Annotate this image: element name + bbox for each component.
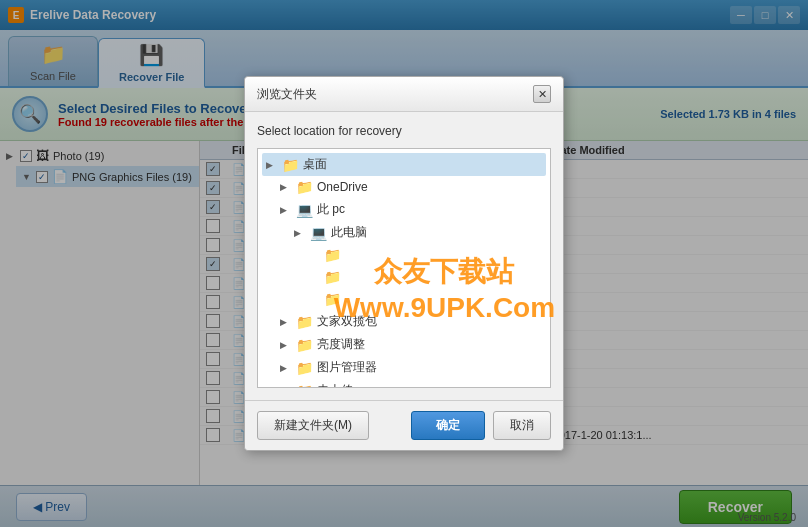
folder-item-1[interactable]: ▶ 📁 OneDrive (262, 176, 546, 198)
folder-icon-9: 📁 (296, 360, 313, 376)
folder-toggle-10: ▶ (280, 386, 292, 389)
folder-label-10: 未上传 (317, 382, 353, 388)
folder-toggle-3: ▶ (294, 228, 306, 238)
ok-button[interactable]: 确定 (411, 411, 485, 440)
folder-icon-10: 📁 (296, 383, 313, 389)
folder-icon-2: 💻 (296, 202, 313, 218)
folder-item-5[interactable]: 📁 (262, 266, 546, 288)
folder-icon-4: 📁 (324, 247, 341, 263)
dialog-overlay: 浏览文件夹 ✕ Select location for recovery ▶ 📁… (0, 0, 808, 527)
folder-item-4[interactable]: 📁 (262, 244, 546, 266)
dialog-close-button[interactable]: ✕ (533, 85, 551, 103)
folder-item-9[interactable]: ▶ 📁 图片管理器 (262, 356, 546, 379)
folder-toggle-1: ▶ (280, 182, 292, 192)
dialog-footer: 新建文件夹(M) 确定 取消 (245, 400, 563, 450)
browse-dialog: 浏览文件夹 ✕ Select location for recovery ▶ 📁… (244, 76, 564, 451)
folder-item-8[interactable]: ▶ 📁 亮度调整 (262, 333, 546, 356)
folder-icon-6: 📁 (324, 291, 341, 307)
folder-toggle-8: ▶ (280, 340, 292, 350)
folder-item-7[interactable]: ▶ 📁 文家双揽包 (262, 310, 546, 333)
folder-toggle-9: ▶ (280, 363, 292, 373)
folder-label-8: 亮度调整 (317, 336, 365, 353)
folder-item-2[interactable]: ▶ 💻 此 pc (262, 198, 546, 221)
folder-toggle-0: ▶ (266, 160, 278, 170)
folder-icon-0: 📁 (282, 157, 299, 173)
folder-icon-7: 📁 (296, 314, 313, 330)
folder-item-10[interactable]: ▶ 📁 未上传 (262, 379, 546, 388)
folder-item-0[interactable]: ▶ 📁 桌面 (262, 153, 546, 176)
folder-icon-5: 📁 (324, 269, 341, 285)
folder-toggle-2: ▶ (280, 205, 292, 215)
dialog-title: 浏览文件夹 (257, 86, 317, 103)
dialog-subtitle: Select location for recovery (257, 124, 551, 138)
folder-icon-1: 📁 (296, 179, 313, 195)
dialog-body: Select location for recovery ▶ 📁 桌面 ▶ 📁 … (245, 112, 563, 400)
folder-label-0: 桌面 (303, 156, 327, 173)
dialog-title-bar: 浏览文件夹 ✕ (245, 77, 563, 112)
folder-item-6[interactable]: 📁 (262, 288, 546, 310)
folder-toggle-7: ▶ (280, 317, 292, 327)
folder-label-3: 此电脑 (331, 224, 367, 241)
folder-label-1: OneDrive (317, 180, 368, 194)
folder-label-7: 文家双揽包 (317, 313, 377, 330)
folder-icon-3: 💻 (310, 225, 327, 241)
cancel-button[interactable]: 取消 (493, 411, 551, 440)
folder-label-2: 此 pc (317, 201, 345, 218)
folder-icon-8: 📁 (296, 337, 313, 353)
folder-label-9: 图片管理器 (317, 359, 377, 376)
folder-item-3[interactable]: ▶ 💻 此电脑 (262, 221, 546, 244)
new-folder-button[interactable]: 新建文件夹(M) (257, 411, 369, 440)
folder-tree[interactable]: ▶ 📁 桌面 ▶ 📁 OneDrive ▶ 💻 此 pc ▶ 💻 此电脑 📁 📁… (257, 148, 551, 388)
